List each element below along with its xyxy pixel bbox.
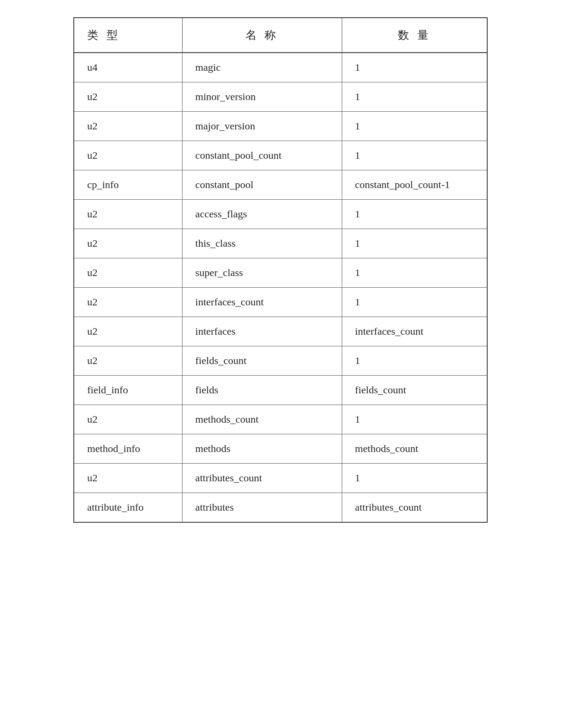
table-row: u2this_class1	[74, 229, 487, 258]
cell-quantity: fields_count	[342, 376, 487, 405]
table-row: u2methods_count1	[74, 405, 487, 434]
cell-type: attribute_info	[74, 493, 182, 522]
cell-name: fields_count	[182, 346, 342, 376]
cell-type: u2	[74, 346, 182, 376]
cell-type: method_info	[74, 434, 182, 464]
cell-quantity: interfaces_count	[342, 317, 487, 346]
header-type: 类 型	[74, 18, 182, 53]
header-quantity: 数 量	[342, 18, 487, 53]
cell-quantity: 1	[342, 258, 487, 288]
table-row: u2constant_pool_count1	[74, 141, 487, 170]
cell-name: minor_version	[182, 82, 342, 112]
table-row: u2attributes_count1	[74, 464, 487, 493]
table-row: u2fields_count1	[74, 346, 487, 376]
cell-name: methods	[182, 434, 342, 464]
cell-quantity: 1	[342, 112, 487, 141]
table-row: u2major_version1	[74, 112, 487, 141]
cell-quantity: attributes_count	[342, 493, 487, 522]
cell-quantity: 1	[342, 141, 487, 170]
cell-quantity: constant_pool_count-1	[342, 170, 487, 200]
cell-name: interfaces_count	[182, 288, 342, 317]
cell-type: field_info	[74, 376, 182, 405]
table-row: attribute_infoattributesattributes_count	[74, 493, 487, 522]
cell-quantity: 1	[342, 288, 487, 317]
table-row: u2interfacesinterfaces_count	[74, 317, 487, 346]
cell-name: constant_pool_count	[182, 141, 342, 170]
cell-quantity: 1	[342, 82, 487, 112]
cell-name: this_class	[182, 229, 342, 258]
table-row: u2minor_version1	[74, 82, 487, 112]
table-row: u4magic1	[74, 53, 487, 82]
cell-type: u2	[74, 317, 182, 346]
cell-type: u2	[74, 141, 182, 170]
cell-type: u2	[74, 258, 182, 288]
header-name: 名 称	[182, 18, 342, 53]
cell-type: cp_info	[74, 170, 182, 200]
table-header-row: 类 型 名 称 数 量	[74, 18, 487, 53]
cell-type: u2	[74, 229, 182, 258]
cell-quantity: 1	[342, 405, 487, 434]
cell-type: u2	[74, 82, 182, 112]
cell-name: access_flags	[182, 200, 342, 229]
cell-name: major_version	[182, 112, 342, 141]
cell-name: attributes	[182, 493, 342, 522]
cell-quantity: 1	[342, 464, 487, 493]
table-row: u2interfaces_count1	[74, 288, 487, 317]
cell-name: super_class	[182, 258, 342, 288]
cell-name: interfaces	[182, 317, 342, 346]
cell-name: methods_count	[182, 405, 342, 434]
cell-quantity: 1	[342, 229, 487, 258]
table-row: field_infofieldsfields_count	[74, 376, 487, 405]
cell-name: attributes_count	[182, 464, 342, 493]
cell-type: u2	[74, 405, 182, 434]
cell-quantity: methods_count	[342, 434, 487, 464]
cell-type: u2	[74, 464, 182, 493]
cell-name: magic	[182, 53, 342, 82]
cell-name: constant_pool	[182, 170, 342, 200]
cell-type: u2	[74, 200, 182, 229]
class-file-structure-table: 类 型 名 称 数 量 u4magic1u2minor_version1u2ma…	[73, 17, 488, 523]
table-row: u2access_flags1	[74, 200, 487, 229]
table-row: u2super_class1	[74, 258, 487, 288]
cell-quantity: 1	[342, 53, 487, 82]
cell-name: fields	[182, 376, 342, 405]
cell-type: u4	[74, 53, 182, 82]
cell-quantity: 1	[342, 200, 487, 229]
cell-type: u2	[74, 288, 182, 317]
table-row: method_infomethodsmethods_count	[74, 434, 487, 464]
cell-type: u2	[74, 112, 182, 141]
cell-quantity: 1	[342, 346, 487, 376]
table-row: cp_infoconstant_poolconstant_pool_count-…	[74, 170, 487, 200]
